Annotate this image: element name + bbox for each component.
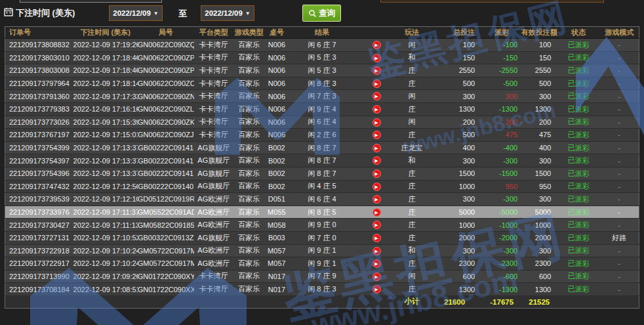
table-row[interactable]: 2212091737395392022-12-09 17:12:10GD0512… <box>5 193 639 206</box>
cell-order: 221209173713990 <box>5 270 73 283</box>
cell-table-no: M057 <box>265 257 289 271</box>
cell-total-bet: 1000 <box>426 180 483 193</box>
cell-total-bet: 150 <box>426 51 483 64</box>
table-row[interactable]: 2212091737271312022-12-09 17:10:52GB0032… <box>5 231 639 244</box>
col-game-type: 游戏类型 <box>233 27 265 39</box>
table-row[interactable]: 2212091737979642022-12-09 17:18:14GN0062… <box>5 77 639 90</box>
table-row[interactable]: 2212091737139902022-12-09 17:09:26GN0172… <box>5 270 639 283</box>
cell-status: 已派彩 <box>557 231 599 244</box>
replay-icon[interactable]: ▶ <box>372 169 381 178</box>
cell-result: 闲 6 庄 7 <box>289 39 355 52</box>
replay-icon[interactable]: ▶ <box>372 144 381 152</box>
date-to-select[interactable]: 2022/12/09 ▼ <box>201 5 254 21</box>
col-replay <box>355 27 397 39</box>
replay-icon[interactable]: ▶ <box>372 54 381 62</box>
cell-time: 2022-12-09 17:17:33 <box>73 90 138 103</box>
table-row[interactable]: 2212091737543992022-12-09 17:13:37GB0022… <box>5 141 639 154</box>
cell-game: 百家乐 <box>233 244 265 257</box>
cell-total-bet: 2000 <box>426 231 483 244</box>
replay-icon[interactable]: ▶ <box>372 259 381 268</box>
cell-order: 221209173708184 <box>5 283 73 296</box>
col-result: 结果 <box>289 27 355 39</box>
cell-payout: -100 <box>483 39 521 52</box>
cell-round: GB00222C09141 <box>138 154 194 167</box>
calendar-icon <box>4 7 13 16</box>
cell-game: 百家乐 <box>233 64 265 77</box>
replay-icon[interactable]: ▶ <box>372 131 381 139</box>
cell-total-bet: 300 <box>426 90 483 103</box>
cell-replay: ▶ <box>355 180 397 193</box>
replay-icon[interactable]: ▶ <box>372 156 381 165</box>
table-row[interactable]: 2212091738030082022-12-09 17:18:46GN0062… <box>5 64 639 77</box>
replay-icon[interactable]: ▶ <box>372 183 381 191</box>
cell-game: 百家乐 <box>233 193 265 206</box>
table-row[interactable]: 2212091738030102022-12-09 17:18:46GN0062… <box>5 51 639 64</box>
table-row[interactable]: 2212091737543962022-12-09 17:13:37GB0022… <box>5 167 639 180</box>
table-row[interactable]: 2212091737304272022-12-09 17:11:13GM0582… <box>5 219 639 232</box>
replay-icon[interactable]: ▶ <box>372 41 381 49</box>
cell-table-no: N006 <box>265 129 289 142</box>
cell-payout: -2300 <box>483 257 521 271</box>
replay-icon[interactable]: ▶ <box>372 208 381 217</box>
cell-status: 已派彩 <box>557 141 599 154</box>
table-row[interactable]: 2212091737793832022-12-09 17:16:16GN0062… <box>5 102 639 116</box>
replay-icon[interactable]: ▶ <box>372 195 381 204</box>
table-row[interactable]: 2212091737339762022-12-09 17:11:37GM0552… <box>5 206 639 219</box>
cell-platform: AG旗舰厅 <box>194 231 233 244</box>
table-row[interactable]: 2212091737081842022-12-09 17:08:51GN0172… <box>5 283 639 296</box>
replay-icon[interactable]: ▶ <box>372 66 381 75</box>
table-row[interactable]: 2212091737730262022-12-09 17:15:39GN0062… <box>5 116 639 129</box>
cell-mode: - <box>599 90 639 103</box>
replay-icon[interactable]: ▶ <box>372 92 381 100</box>
cell-play: 庄 <box>397 77 426 90</box>
table-row[interactable]: 2212091737543972022-12-09 17:13:37GB0022… <box>5 154 639 167</box>
replay-icon[interactable]: ▶ <box>372 272 381 281</box>
cell-valid-bet: 300 <box>521 244 557 257</box>
cell-valid-bet: 1300 <box>521 283 557 296</box>
cell-mode: - <box>599 129 639 142</box>
table-row[interactable]: 2212091737229182022-12-09 17:10:24GM0572… <box>5 244 639 257</box>
cell-table-no: N006 <box>265 39 289 52</box>
cell-mode: - <box>599 206 639 219</box>
replay-icon[interactable]: ▶ <box>372 247 381 255</box>
replay-icon[interactable]: ▶ <box>372 118 381 127</box>
cell-status: 已派彩 <box>557 77 599 90</box>
cell-valid-bet: 950 <box>521 180 557 193</box>
replay-icon[interactable]: ▶ <box>372 221 381 229</box>
replay-icon[interactable]: ▶ <box>372 234 381 242</box>
col-platform: 平台类型 <box>194 27 233 39</box>
cell-status: 已派彩 <box>557 154 599 167</box>
cell-game: 百家乐 <box>233 231 265 244</box>
table-row[interactable]: 2212091737474322022-12-09 17:12:56GB0022… <box>5 180 639 193</box>
col-order: 订单号 <box>5 27 73 39</box>
table-row[interactable]: 2212091738088322022-12-09 17:19:26GN0062… <box>5 39 639 52</box>
date-from-value: 2022/12/09 <box>113 9 151 17</box>
replay-icon[interactable]: ▶ <box>372 79 381 88</box>
cell-order: 221209173754397 <box>5 154 73 167</box>
cell-replay: ▶ <box>355 231 397 244</box>
cell-table-no: N006 <box>265 77 289 90</box>
col-status: 状态 <box>557 27 599 39</box>
query-button[interactable]: 查询 <box>302 5 341 22</box>
filter-bar: 下注时间 (美东) 2022/12/09 ▼ 至 2022/12/09 ▼ 查询 <box>0 0 644 26</box>
table-row[interactable]: 2212091737229172022-12-09 17:10:24GM0572… <box>5 257 639 271</box>
cell-round: GN00622C090ZO <box>138 77 194 90</box>
table-row[interactable]: 2212091737913602022-12-09 17:17:33GN0062… <box>5 90 639 103</box>
cell-round: GB00222C09141 <box>138 167 194 180</box>
cell-valid-bet: 1000 <box>521 219 557 232</box>
cell-replay: ▶ <box>355 129 397 142</box>
col-valid-bet: 有效投注额 <box>521 27 557 39</box>
cell-mode: - <box>599 77 639 90</box>
date-from-select[interactable]: 2022/12/09 ▼ <box>109 5 163 21</box>
replay-icon[interactable]: ▶ <box>372 105 381 114</box>
cell-payout: 950 <box>483 180 521 193</box>
cell-play: 庄龙宝 <box>397 141 426 154</box>
cell-platform: AG欧洲厅 <box>194 193 233 206</box>
table-row[interactable]: 2212091737671972022-12-09 17:15:01GN0062… <box>5 129 639 142</box>
cell-game: 百家乐 <box>233 167 265 180</box>
cell-order: 221209173791360 <box>5 90 73 103</box>
query-button-label: 查询 <box>319 8 335 19</box>
cell-round: GN00622C090ZK <box>138 116 194 129</box>
replay-icon[interactable]: ▶ <box>372 285 381 293</box>
cell-play: 庄 <box>397 193 426 206</box>
